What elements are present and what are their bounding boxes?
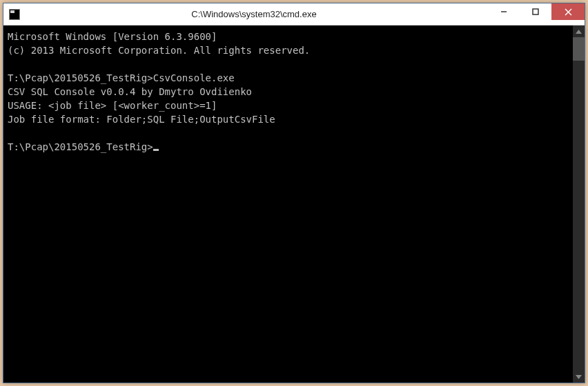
svg-rect-1 (533, 9, 538, 14)
console-output: Microsoft Windows [Version 6.3.9600] (c)… (3, 26, 573, 383)
scrollbar[interactable] (573, 26, 585, 383)
minimize-button[interactable] (488, 3, 520, 20)
scroll-down-button[interactable] (573, 371, 585, 383)
svg-marker-4 (576, 30, 582, 34)
titlebar[interactable]: C:\Windows\system32\cmd.exe (3, 3, 585, 26)
cursor (153, 149, 159, 151)
close-button[interactable] (551, 3, 585, 20)
cmd-icon (9, 9, 20, 20)
cmd-window: C:\Windows\system32\cmd.exe Microsoft Wi… (3, 3, 585, 383)
console-area[interactable]: Microsoft Windows [Version 6.3.9600] (c)… (3, 26, 585, 383)
svg-marker-5 (576, 375, 582, 379)
window-title: C:\Windows\system32\cmd.exe (20, 9, 488, 19)
scroll-thumb[interactable] (573, 37, 585, 61)
window-controls (488, 3, 585, 25)
scroll-up-button[interactable] (573, 26, 585, 37)
maximize-button[interactable] (520, 3, 551, 20)
